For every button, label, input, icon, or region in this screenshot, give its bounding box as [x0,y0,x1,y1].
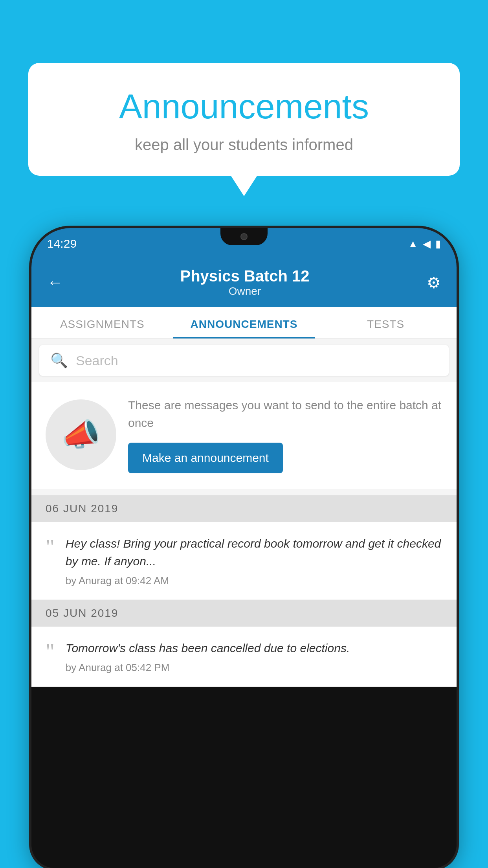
bubble-title: Announcements [52,86,436,127]
date-section-2: 05 JUN 2019 [31,600,457,627]
quote-icon-1: " [46,536,55,558]
status-time: 14:29 [47,237,77,250]
tab-tests[interactable]: TESTS [315,307,457,338]
signal-icon: ◀ [423,238,431,250]
tab-announcements[interactable]: ANNOUNCEMENTS [173,307,315,338]
announcement-item-2[interactable]: " Tomorrow's class has been cancelled du… [31,627,457,687]
status-icons: ▲ ◀ ▮ [408,238,441,250]
content-area: 🔍 Search 📣 These are messages you want t… [31,339,457,687]
date-label-1: 06 JUN 2019 [46,502,118,515]
quote-icon-2: " [46,641,55,663]
search-bar[interactable]: 🔍 Search [39,345,449,376]
announcement-meta-1: by Anurag at 09:42 AM [66,575,442,587]
camera [240,233,248,240]
search-icon: 🔍 [50,352,68,369]
wifi-icon: ▲ [408,238,418,250]
settings-icon[interactable]: ⚙ [427,274,441,292]
make-announcement-button[interactable]: Make an announcement [128,443,283,473]
promo-description: These are messages you want to send to t… [128,396,442,432]
status-bar: 14:29 ▲ ◀ ▮ [31,228,457,259]
announcement-content-1: Hey class! Bring your practical record b… [66,535,442,587]
announcement-item-1[interactable]: " Hey class! Bring your practical record… [31,522,457,600]
battery-icon: ▮ [435,238,441,250]
notch [220,228,268,245]
owner-label: Owner [180,285,309,298]
tabs-bar: ASSIGNMENTS ANNOUNCEMENTS TESTS [31,307,457,339]
phone-frame: 14:29 ▲ ◀ ▮ ← Physics Batch 12 Owner ⚙ A… [31,228,457,868]
back-button[interactable]: ← [47,274,63,291]
megaphone-icon: 📣 [61,416,101,453]
promo-icon-circle: 📣 [46,399,116,470]
batch-title: Physics Batch 12 [180,267,309,285]
app-header: ← Physics Batch 12 Owner ⚙ [31,259,457,307]
date-section-1: 06 JUN 2019 [31,495,457,522]
bubble-subtitle: keep all your students informed [52,136,436,154]
announcement-text-1: Hey class! Bring your practical record b… [66,535,442,570]
promo-card: 📣 These are messages you want to send to… [31,382,457,489]
announcement-text-2: Tomorrow's class has been cancelled due … [66,639,442,657]
announcement-meta-2: by Anurag at 05:42 PM [66,662,442,674]
search-placeholder: Search [76,353,118,368]
date-label-2: 05 JUN 2019 [46,607,118,619]
tab-assignments[interactable]: ASSIGNMENTS [31,307,173,338]
header-center: Physics Batch 12 Owner [180,267,309,298]
promo-content: These are messages you want to send to t… [128,396,442,473]
announcement-content-2: Tomorrow's class has been cancelled due … [66,639,442,674]
speech-bubble: Announcements keep all your students inf… [28,63,460,176]
